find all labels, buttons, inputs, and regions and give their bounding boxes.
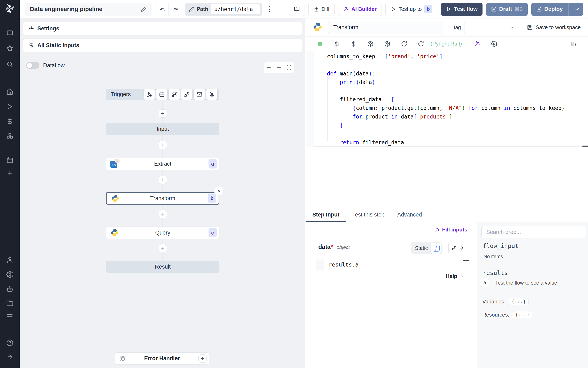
library-panel-icon[interactable] xyxy=(565,41,582,47)
add-step-button[interactable] xyxy=(159,141,167,149)
folders-icon[interactable] xyxy=(5,298,15,308)
package-icon[interactable] xyxy=(362,41,379,47)
code-hscrollbar[interactable] xyxy=(314,146,588,147)
tab-step-input[interactable]: Step Input xyxy=(306,209,346,222)
zoom-out-button[interactable] xyxy=(276,65,282,70)
save-to-workspace-button[interactable]: Save to workspace xyxy=(527,24,581,31)
static-mode-label[interactable]: Static xyxy=(415,245,428,251)
add-step-button[interactable] xyxy=(159,244,167,252)
tab-test-this-step[interactable]: Test this step xyxy=(346,209,391,222)
input-mode-toggle: Static f xyxy=(411,242,441,254)
triggers-label: Triggers xyxy=(111,91,131,98)
add-step-button[interactable] xyxy=(159,110,167,118)
triggers-node[interactable]: Triggers xyxy=(106,89,219,100)
tag-select[interactable] xyxy=(464,21,518,34)
plug-icon xyxy=(452,246,457,251)
edit-title-pencil-icon[interactable] xyxy=(141,6,147,12)
results-heading[interactable]: results xyxy=(483,269,508,276)
package-icon[interactable] xyxy=(379,41,396,47)
zoom-in-button[interactable] xyxy=(266,65,272,70)
code-hscrollbar-thumb[interactable] xyxy=(582,146,588,147)
add-step-button[interactable] xyxy=(159,210,167,218)
transform-step-node[interactable]: Transform b xyxy=(106,192,219,205)
flow-title-box[interactable]: Data engineering pipeline xyxy=(25,3,152,16)
websocket-trigger-icon[interactable] xyxy=(181,89,192,100)
tag-label: tag xyxy=(454,24,461,30)
home-icon[interactable] xyxy=(5,87,15,97)
result-key-pill[interactable]: a xyxy=(481,279,489,287)
save-icon xyxy=(536,6,542,12)
expression-scrollbar-thumb xyxy=(463,260,469,261)
fill-inputs-button[interactable]: Fill inputs xyxy=(434,227,467,233)
schedule-trigger-icon[interactable] xyxy=(156,89,167,100)
help-icon[interactable] xyxy=(5,338,15,348)
query-step-node[interactable]: Query c xyxy=(106,227,219,239)
expression-input[interactable]: results.a xyxy=(316,259,470,270)
flow-settings-bar[interactable]: Settings xyxy=(23,22,302,35)
more-options-kebab-icon[interactable] xyxy=(266,3,274,16)
all-static-inputs-bar[interactable]: All Static Inputs xyxy=(23,38,302,52)
code-lines[interactable]: columns_to_keep = ['brand', 'price'] def… xyxy=(327,52,588,147)
editor-settings-gear-icon[interactable] xyxy=(486,41,503,47)
variables-dollar-icon[interactable] xyxy=(328,41,345,47)
variables-icon[interactable] xyxy=(5,116,15,126)
connect-input-controls[interactable] xyxy=(448,242,467,254)
ai-builder-button[interactable]: AI Builder xyxy=(338,3,382,16)
logs-icon[interactable] xyxy=(5,312,15,321)
email-trigger-icon[interactable] xyxy=(194,89,205,100)
flow-title: Data engineering pipeline xyxy=(30,6,102,12)
ai-wand-icon[interactable] xyxy=(469,41,486,47)
prop-picker-panel: flow_input No items results a : Test the… xyxy=(477,222,588,368)
search-prop-input[interactable] xyxy=(482,226,586,238)
undo-button[interactable] xyxy=(156,3,169,16)
javascript-expression-mode-button[interactable]: f xyxy=(431,242,441,254)
route-trigger-icon[interactable] xyxy=(169,89,180,100)
schedules-icon[interactable] xyxy=(5,155,15,165)
help-dropdown[interactable]: Help xyxy=(446,273,465,279)
webhook-trigger-icon[interactable] xyxy=(144,89,155,100)
reload-icon[interactable] xyxy=(413,41,429,47)
resources-icon[interactable] xyxy=(5,131,15,141)
search-icon[interactable] xyxy=(5,59,15,69)
user-icon[interactable] xyxy=(5,255,15,265)
diff-button[interactable]: Diff xyxy=(308,3,335,16)
favorites-star-icon[interactable] xyxy=(5,44,15,53)
workers-icon[interactable] xyxy=(5,284,15,294)
code-editor[interactable]: columns_to_keep = ['brand', 'price'] def… xyxy=(306,51,588,147)
flow-input-heading[interactable]: flow_input xyxy=(483,242,519,249)
test-up-to-button[interactable]: Test up to b xyxy=(385,3,437,16)
deploy-dropdown-chevron-icon[interactable] xyxy=(571,6,583,12)
variables-object-pill[interactable]: {...} xyxy=(509,298,529,305)
extract-step-node[interactable]: TS Extract a xyxy=(106,158,219,170)
runs-icon[interactable] xyxy=(5,102,15,111)
test-flow-button[interactable]: Test flow xyxy=(441,3,483,16)
event-listener-trigger-icon[interactable] xyxy=(206,89,217,100)
expand-sidebar-arrow-icon[interactable] xyxy=(5,352,15,362)
input-node[interactable]: Input xyxy=(106,123,219,135)
add-step-button[interactable] xyxy=(159,176,167,184)
workspace-switcher-icon[interactable] xyxy=(5,28,15,38)
deploy-button[interactable]: Deploy xyxy=(531,3,583,16)
draft-button[interactable]: Draft ⌘S xyxy=(486,3,528,16)
settings-gear-icon[interactable] xyxy=(5,270,15,279)
error-handler-node[interactable]: Error Handler xyxy=(115,352,209,365)
add-icon[interactable] xyxy=(5,168,15,178)
step-name-input[interactable] xyxy=(328,21,443,34)
add-error-handler-button[interactable] xyxy=(199,354,207,363)
tab-advanced[interactable]: Advanced xyxy=(391,209,428,222)
expression-value[interactable]: results.a xyxy=(329,261,359,268)
dataflow-toggle[interactable] xyxy=(26,62,39,69)
resources-object-pill[interactable]: {...} xyxy=(513,311,532,318)
reload-icon[interactable] xyxy=(396,41,413,47)
result-node[interactable]: Result xyxy=(106,261,219,273)
edit-path-pencil-icon[interactable] xyxy=(189,7,194,12)
contextual-variables-dollar-icon[interactable] xyxy=(345,41,362,47)
fit-view-button[interactable] xyxy=(286,65,292,70)
docs-book-button[interactable] xyxy=(289,3,305,16)
redo-button[interactable] xyxy=(169,3,181,16)
path-chip[interactable]: Path u/henri/data_ xyxy=(185,3,262,16)
windmill-logo-icon[interactable] xyxy=(5,3,15,15)
close-step-x-icon[interactable] xyxy=(214,186,224,196)
code-gutter xyxy=(306,51,314,147)
path-value[interactable]: u/henri/data_ xyxy=(210,4,260,14)
